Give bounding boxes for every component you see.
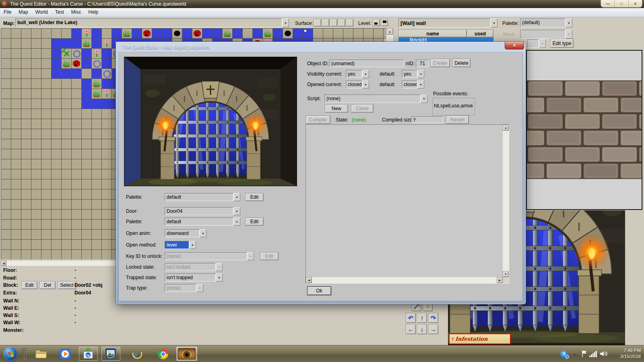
map-tile-ground[interactable] (41, 250, 52, 259)
map-tile-ground[interactable] (52, 149, 62, 159)
map-tile-ground[interactable] (102, 179, 112, 189)
map-tile-grass[interactable] (223, 29, 233, 39)
map-tile-hole[interactable] (172, 29, 182, 39)
start-button[interactable] (3, 347, 18, 361)
map-tile-ground[interactable] (41, 139, 52, 149)
hp-app-button[interactable]: hp (79, 347, 98, 361)
map-tile-ground[interactable] (1, 200, 11, 210)
map-tile-ground[interactable] (62, 149, 72, 159)
menu-file[interactable]: File (0, 8, 15, 17)
map-tile-ground[interactable] (112, 200, 116, 210)
palette-select[interactable]: default▼ (165, 193, 240, 201)
surface-button-3[interactable] (330, 19, 337, 27)
map-tile-ground[interactable] (31, 129, 41, 139)
map-tile-water[interactable] (72, 29, 82, 39)
map-tile-ground[interactable] (72, 129, 82, 139)
map-tile-water[interactable] (152, 29, 162, 39)
map-tile-ground[interactable] (313, 29, 323, 39)
map-tile-ground[interactable] (11, 29, 21, 39)
map-tile-ground[interactable] (62, 179, 72, 189)
map-tile-ground[interactable] (92, 129, 102, 139)
map-tile-grass[interactable] (172, 39, 182, 41)
map-tile-ground[interactable] (72, 139, 82, 149)
map-tile-water[interactable] (253, 29, 263, 39)
map-tile-ground[interactable] (41, 230, 52, 240)
map-tile-ground[interactable] (82, 200, 92, 210)
map-tile-ground[interactable] (11, 200, 21, 210)
map-tile-ground[interactable] (52, 119, 62, 129)
map-tile-ground[interactable] (62, 220, 72, 230)
map-tile-water[interactable] (122, 39, 132, 41)
map-tile-ground[interactable] (21, 200, 31, 210)
map-tile-water[interactable] (82, 79, 92, 89)
map-tile-ground[interactable] (82, 139, 92, 149)
map-tile-grass[interactable] (122, 29, 132, 39)
script-scroll-down-button[interactable]: ▼ (503, 271, 509, 277)
quest-editor-app-button[interactable] (176, 347, 197, 361)
map-tile-ground[interactable] (62, 99, 72, 109)
map-tile-water[interactable] (213, 29, 223, 39)
map-tile-ground[interactable] (102, 29, 112, 39)
map-tile-ground[interactable] (82, 220, 92, 230)
map-tile-ground[interactable] (112, 139, 116, 149)
map-tile-ground[interactable] (102, 230, 112, 240)
map-tile-ground[interactable] (31, 169, 41, 179)
map-tile-ground[interactable] (62, 169, 72, 179)
map-tile-ground[interactable] (112, 109, 116, 119)
map-tile-hole[interactable] (283, 29, 293, 39)
map-tile-ground[interactable] (62, 119, 72, 129)
map-tile-ground[interactable] (52, 139, 62, 149)
map-tile-water[interactable] (182, 39, 192, 41)
map-tile-ground[interactable] (82, 240, 92, 250)
map-tile-ground[interactable] (41, 29, 52, 39)
map-tile-ground[interactable] (21, 189, 31, 200)
map-tile-ground[interactable] (1, 250, 11, 259)
map-tile-ground[interactable] (72, 119, 82, 129)
move-right-button[interactable]: → (428, 324, 438, 334)
open-anim-select[interactable]: downward▼ (165, 229, 206, 237)
map-hscrollbar[interactable] (6, 261, 116, 266)
script-scroll-left-button[interactable]: ◀ (306, 277, 312, 283)
map-tile-ground[interactable] (41, 49, 52, 59)
map-tile-ground[interactable] (21, 220, 31, 230)
map-tile-ground[interactable] (92, 149, 102, 159)
map-tile-ground[interactable] (11, 220, 21, 230)
map-tile-ground[interactable] (62, 109, 72, 119)
map-tile-ground[interactable] (31, 39, 41, 49)
map-tile-water[interactable] (202, 29, 213, 39)
map-tile-ground[interactable] (21, 250, 31, 259)
volume-icon[interactable] (600, 350, 608, 359)
map-tile-water[interactable] (112, 69, 116, 79)
map-tile-water[interactable] (142, 39, 152, 41)
script-scroll-up-button[interactable]: ▲ (503, 125, 509, 131)
map-tile-ground[interactable] (11, 49, 21, 59)
map-tile-ground[interactable] (92, 119, 102, 129)
map-tile-ground[interactable] (31, 49, 41, 59)
object-id-input[interactable]: (unnamed) (329, 60, 404, 67)
map-tile-selection-cross[interactable] (62, 49, 72, 59)
palette-select[interactable]: (default)▼ (520, 19, 572, 27)
map-tile-ground[interactable] (82, 210, 92, 220)
map-tile-ground[interactable] (1, 119, 11, 129)
map-tile-ground[interactable] (1, 59, 11, 69)
map-scroll-left-button[interactable]: ◀ (1, 261, 6, 266)
map-tile-water[interactable] (243, 39, 253, 41)
action-center-icon[interactable] (581, 350, 588, 359)
map-tile-grass[interactable] (92, 89, 102, 99)
map-tile-water[interactable] (92, 29, 102, 39)
map-tile-water[interactable] (102, 99, 112, 109)
map-tile-ground[interactable] (102, 109, 112, 119)
map-tile-ground[interactable] (31, 250, 41, 259)
map-tile-water[interactable] (233, 29, 243, 39)
map-tile-ground[interactable] (1, 189, 11, 200)
map-tile-flower[interactable] (102, 89, 112, 99)
map-tile-ground[interactable] (333, 29, 343, 39)
map-tile-ground[interactable] (11, 179, 21, 189)
map-tile-ground[interactable] (11, 109, 21, 119)
explorer-icon[interactable] (35, 349, 47, 360)
map-tile-ground[interactable] (52, 109, 62, 119)
map-tile-water[interactable] (112, 99, 116, 109)
map-tile-ground[interactable] (52, 159, 62, 169)
map-tile-cursor-marker[interactable] (303, 29, 313, 39)
script-vscrollbar[interactable] (503, 125, 509, 277)
